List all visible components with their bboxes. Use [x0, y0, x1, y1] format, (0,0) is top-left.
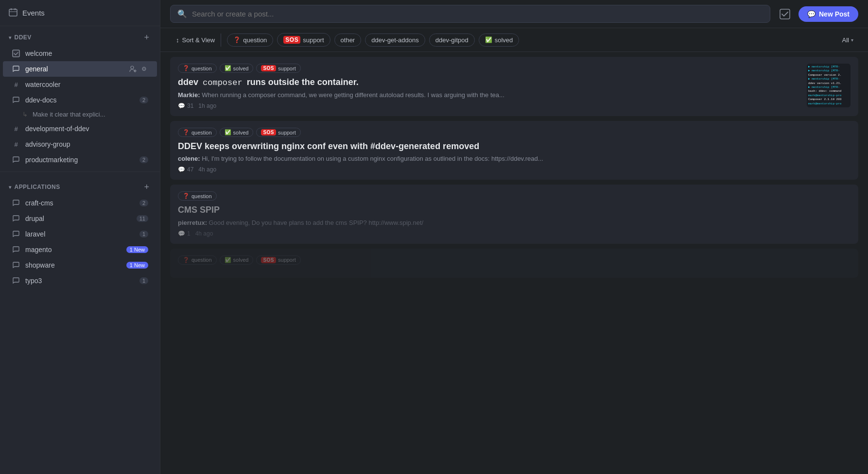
filter-tag-ddev-gitpod[interactable]: ddev-gitpod [429, 34, 475, 47]
post-title-mono-1: composer [203, 78, 243, 87]
ddev-docs-label: ddev-docs [25, 96, 135, 104]
top-bar: 🔍 💬 New Post [160, 0, 868, 28]
sidebar-item-craft-cms[interactable]: craft-cms 2 [3, 195, 157, 211]
post-card-1[interactable]: ❓ question ✅ solved SOS support ddev com… [170, 57, 858, 116]
sidebar-item-welcome[interactable]: welcome [3, 46, 157, 61]
post-tag-solved-2: ✅ solved [220, 128, 254, 137]
new-post-button[interactable]: 💬 New Post [799, 6, 858, 22]
filter-bar: ↕ Sort & View ❓ question SOS support oth… [160, 28, 868, 52]
filter-tag-ddev-get-addons[interactable]: ddev-get-addons [365, 34, 425, 47]
sidebar-item-development-of-ddev[interactable]: # development-of-ddev [3, 121, 157, 136]
sos-icon-2: SOS [261, 129, 276, 135]
post-tags-4: ❓ question ✅ solved SOS support [178, 255, 851, 265]
post-card-2[interactable]: ❓ question ✅ solved SOS support DDEV kee… [170, 121, 858, 180]
filter-tag-other[interactable]: other [334, 34, 362, 47]
ddev-section-header[interactable]: ▾ DDEV + [0, 26, 160, 46]
sidebar-item-magento[interactable]: magento 1 New [3, 242, 157, 257]
new-post-icon: 💬 [807, 10, 816, 18]
sidebar-item-advisory-group[interactable]: # advisory-group [3, 136, 157, 152]
settings-icon[interactable]: ⚙ [139, 65, 148, 73]
solved-label: solved [495, 36, 513, 44]
post-tags-2: ❓ question ✅ solved SOS support [178, 128, 851, 137]
post-time-2: 4h ago [198, 166, 216, 173]
question-icon-3: ❓ [183, 193, 190, 199]
chevron-down-icon: ▾ [9, 35, 11, 40]
hash-icon-watercooler: # [12, 80, 20, 89]
posts-list: ❓ question ✅ solved SOS support ddev com… [160, 52, 868, 474]
ddev-docs-badge: 2 [139, 97, 148, 103]
post-card-3[interactable]: ❓ question CMS SPIP pierretux: Good even… [170, 185, 858, 243]
bubble-icon-craft [12, 199, 20, 207]
ddev-gitpod-label: ddev-gitpod [435, 36, 469, 44]
search-box[interactable]: 🔍 [170, 5, 770, 23]
post-thumbnail-1: ▶ mentorship [MTR- ▶ mentorship [MTR- Co… [807, 64, 851, 107]
sidebar-item-general[interactable]: general ⚙ [3, 61, 157, 77]
checkbox-icon [12, 49, 20, 58]
all-label: All [842, 36, 849, 44]
productmarketing-badge: 2 [139, 156, 148, 163]
hash-icon-advisory: # [12, 140, 20, 149]
post-title-prefix-1: ddev [178, 77, 198, 87]
sidebar-item-laravel[interactable]: laravel 1 [3, 226, 157, 242]
laravel-label: laravel [25, 230, 135, 238]
sidebar-events[interactable]: Events [0, 0, 160, 26]
bubble-icon-drupal [12, 214, 20, 223]
drupal-badge: 11 [137, 215, 148, 222]
ddev-add-button[interactable]: + [142, 32, 151, 43]
magento-badge-new: 1 New [126, 246, 148, 253]
add-member-icon[interactable] [129, 65, 138, 73]
post-time-1: 1h ago [198, 102, 216, 109]
post-main-1: ❓ question ✅ solved SOS support ddev com… [178, 64, 800, 109]
check-icon-button[interactable] [776, 5, 794, 23]
sidebar-item-ddev-docs[interactable]: ddev-docs 2 [3, 92, 157, 108]
sidebar-item-shopware[interactable]: shopware 1 New [3, 257, 157, 273]
sidebar-item-typo3[interactable]: typo3 1 [3, 273, 157, 288]
watercooler-label: watercooler [25, 81, 148, 88]
craft-cms-badge: 2 [139, 200, 148, 206]
calendar-icon [9, 8, 17, 18]
filter-all-dropdown[interactable]: All ▾ [837, 34, 858, 46]
comment-icon-2: 💬 [178, 166, 185, 173]
post-tag-question-1: ❓ question [178, 64, 217, 73]
terminal-preview-1: ▶ mentorship [MTR- ▶ mentorship [MTR- Co… [807, 64, 851, 107]
search-input[interactable] [192, 10, 763, 18]
bubble-icon-general [12, 65, 20, 73]
applications-add-button[interactable]: + [142, 182, 151, 192]
sidebar: Events ▾ DDEV + welcome [0, 0, 160, 474]
post-comments-1: 💬 31 [178, 102, 193, 109]
filter-tag-solved[interactable]: ✅ solved [479, 34, 520, 47]
post-tag-support-2: SOS support [256, 128, 300, 137]
post-card-4[interactable]: ❓ question ✅ solved SOS support [170, 249, 858, 278]
post-tags-1: ❓ question ✅ solved SOS support [178, 64, 800, 73]
sos-icon-4: SOS [261, 257, 276, 263]
welcome-label: welcome [25, 50, 148, 57]
sidebar-item-watercooler[interactable]: # watercooler [3, 77, 157, 92]
filter-tag-support[interactable]: SOS support [277, 33, 330, 47]
sidebar-item-drupal[interactable]: drupal 11 [3, 211, 157, 226]
sort-view-button[interactable]: ↕ Sort & View [170, 34, 221, 47]
productmarketing-label: productmarketing [25, 156, 135, 164]
advisory-label: advisory-group [25, 140, 148, 148]
sidebar-section-ddev: ▾ DDEV + welcome general [0, 26, 160, 168]
sidebar-subitem-make-it-clear[interactable]: ↳ Make it clear that explici... [0, 108, 160, 121]
other-label: other [341, 36, 355, 44]
post-title-2: DDEV keeps overwriting nginx conf even w… [178, 141, 851, 152]
sidebar-item-productmarketing[interactable]: productmarketing 2 [3, 152, 157, 168]
filter-tag-question[interactable]: ❓ question [227, 34, 273, 47]
chevron-down-icon-all: ▾ [851, 37, 853, 43]
post-main-2: ❓ question ✅ solved SOS support DDEV kee… [178, 128, 851, 173]
sort-label: Sort & View [182, 36, 215, 44]
new-post-label: New Post [819, 10, 850, 18]
svg-point-5 [131, 66, 134, 69]
post-tag-question-3: ❓ question [178, 191, 217, 201]
magento-label: magento [25, 246, 122, 254]
question-icon-1: ❓ [183, 65, 190, 71]
post-title-suffix-1: runs outside the container. [247, 77, 359, 87]
post-title-3: CMS SPIP [178, 204, 851, 216]
post-tag-question-4: ❓ question [178, 255, 217, 265]
question-icon-4: ❓ [183, 257, 190, 263]
ddev-section-label: DDEV [14, 34, 31, 41]
applications-section-header[interactable]: ▾ APPLICATIONS + [0, 176, 160, 195]
post-preview-2: colene: Hi, I'm trying to follow the doc… [178, 155, 851, 162]
question-icon: ❓ [233, 36, 241, 43]
